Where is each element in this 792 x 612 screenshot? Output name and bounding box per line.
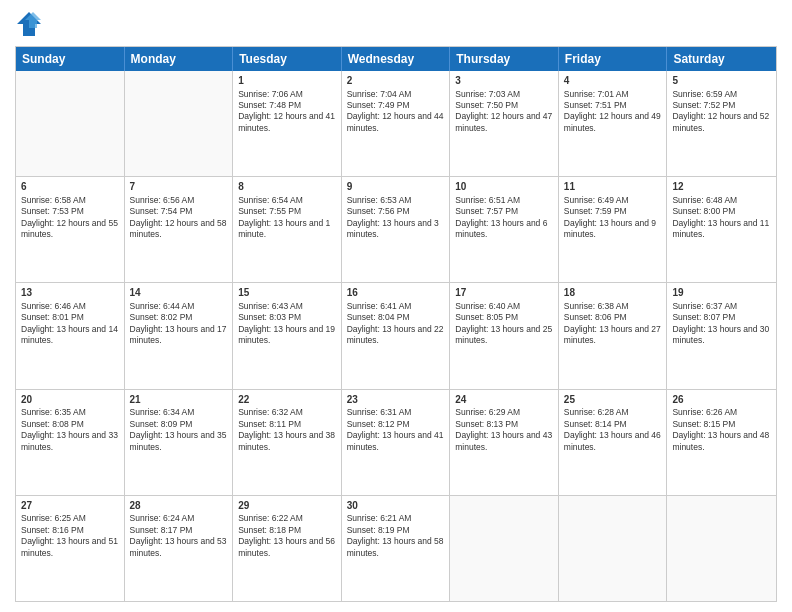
cell-info: Sunrise: 6:24 AM Sunset: 8:17 PM Dayligh… xyxy=(130,513,228,559)
cell-info: Sunrise: 6:29 AM Sunset: 8:13 PM Dayligh… xyxy=(455,407,553,453)
day-number: 10 xyxy=(455,180,553,194)
cell-info: Sunrise: 6:26 AM Sunset: 8:15 PM Dayligh… xyxy=(672,407,771,453)
day-number: 22 xyxy=(238,393,336,407)
day-number: 3 xyxy=(455,74,553,88)
calendar-cell: 12Sunrise: 6:48 AM Sunset: 8:00 PM Dayli… xyxy=(667,177,776,282)
day-number: 15 xyxy=(238,286,336,300)
calendar-cell: 19Sunrise: 6:37 AM Sunset: 8:07 PM Dayli… xyxy=(667,283,776,388)
calendar-row: 20Sunrise: 6:35 AM Sunset: 8:08 PM Dayli… xyxy=(16,389,776,495)
cell-info: Sunrise: 6:58 AM Sunset: 7:53 PM Dayligh… xyxy=(21,195,119,241)
calendar-cell: 30Sunrise: 6:21 AM Sunset: 8:19 PM Dayli… xyxy=(342,496,451,601)
calendar-cell: 7Sunrise: 6:56 AM Sunset: 7:54 PM Daylig… xyxy=(125,177,234,282)
day-number: 11 xyxy=(564,180,662,194)
cell-info: Sunrise: 6:54 AM Sunset: 7:55 PM Dayligh… xyxy=(238,195,336,241)
day-number: 24 xyxy=(455,393,553,407)
header xyxy=(15,10,777,38)
cell-info: Sunrise: 6:34 AM Sunset: 8:09 PM Dayligh… xyxy=(130,407,228,453)
cell-info: Sunrise: 6:51 AM Sunset: 7:57 PM Dayligh… xyxy=(455,195,553,241)
weekday-header: Thursday xyxy=(450,47,559,71)
day-number: 12 xyxy=(672,180,771,194)
day-number: 17 xyxy=(455,286,553,300)
day-number: 8 xyxy=(238,180,336,194)
calendar-row: 27Sunrise: 6:25 AM Sunset: 8:16 PM Dayli… xyxy=(16,495,776,601)
weekday-header: Friday xyxy=(559,47,668,71)
weekday-header: Saturday xyxy=(667,47,776,71)
weekday-header: Tuesday xyxy=(233,47,342,71)
day-number: 14 xyxy=(130,286,228,300)
cell-info: Sunrise: 6:59 AM Sunset: 7:52 PM Dayligh… xyxy=(672,89,771,135)
calendar-cell: 27Sunrise: 6:25 AM Sunset: 8:16 PM Dayli… xyxy=(16,496,125,601)
weekday-header: Sunday xyxy=(16,47,125,71)
cell-info: Sunrise: 7:06 AM Sunset: 7:48 PM Dayligh… xyxy=(238,89,336,135)
calendar-cell: 14Sunrise: 6:44 AM Sunset: 8:02 PM Dayli… xyxy=(125,283,234,388)
calendar-cell xyxy=(125,71,234,176)
calendar-cell: 2Sunrise: 7:04 AM Sunset: 7:49 PM Daylig… xyxy=(342,71,451,176)
cell-info: Sunrise: 6:25 AM Sunset: 8:16 PM Dayligh… xyxy=(21,513,119,559)
cell-info: Sunrise: 7:01 AM Sunset: 7:51 PM Dayligh… xyxy=(564,89,662,135)
cell-info: Sunrise: 6:53 AM Sunset: 7:56 PM Dayligh… xyxy=(347,195,445,241)
day-number: 4 xyxy=(564,74,662,88)
cell-info: Sunrise: 6:46 AM Sunset: 8:01 PM Dayligh… xyxy=(21,301,119,347)
day-number: 30 xyxy=(347,499,445,513)
calendar: SundayMondayTuesdayWednesdayThursdayFrid… xyxy=(15,46,777,602)
day-number: 9 xyxy=(347,180,445,194)
cell-info: Sunrise: 6:48 AM Sunset: 8:00 PM Dayligh… xyxy=(672,195,771,241)
calendar-cell: 20Sunrise: 6:35 AM Sunset: 8:08 PM Dayli… xyxy=(16,390,125,495)
calendar-cell xyxy=(559,496,668,601)
calendar-cell: 29Sunrise: 6:22 AM Sunset: 8:18 PM Dayli… xyxy=(233,496,342,601)
calendar-row: 1Sunrise: 7:06 AM Sunset: 7:48 PM Daylig… xyxy=(16,71,776,176)
cell-info: Sunrise: 6:41 AM Sunset: 8:04 PM Dayligh… xyxy=(347,301,445,347)
calendar-cell: 3Sunrise: 7:03 AM Sunset: 7:50 PM Daylig… xyxy=(450,71,559,176)
cell-info: Sunrise: 6:49 AM Sunset: 7:59 PM Dayligh… xyxy=(564,195,662,241)
cell-info: Sunrise: 6:21 AM Sunset: 8:19 PM Dayligh… xyxy=(347,513,445,559)
cell-info: Sunrise: 6:40 AM Sunset: 8:05 PM Dayligh… xyxy=(455,301,553,347)
day-number: 5 xyxy=(672,74,771,88)
calendar-body: 1Sunrise: 7:06 AM Sunset: 7:48 PM Daylig… xyxy=(16,71,776,601)
calendar-row: 6Sunrise: 6:58 AM Sunset: 7:53 PM Daylig… xyxy=(16,176,776,282)
day-number: 19 xyxy=(672,286,771,300)
calendar-cell: 9Sunrise: 6:53 AM Sunset: 7:56 PM Daylig… xyxy=(342,177,451,282)
calendar-cell: 5Sunrise: 6:59 AM Sunset: 7:52 PM Daylig… xyxy=(667,71,776,176)
cell-info: Sunrise: 6:22 AM Sunset: 8:18 PM Dayligh… xyxy=(238,513,336,559)
day-number: 26 xyxy=(672,393,771,407)
cell-info: Sunrise: 7:04 AM Sunset: 7:49 PM Dayligh… xyxy=(347,89,445,135)
day-number: 1 xyxy=(238,74,336,88)
calendar-header: SundayMondayTuesdayWednesdayThursdayFrid… xyxy=(16,47,776,71)
day-number: 7 xyxy=(130,180,228,194)
calendar-cell: 23Sunrise: 6:31 AM Sunset: 8:12 PM Dayli… xyxy=(342,390,451,495)
cell-info: Sunrise: 6:43 AM Sunset: 8:03 PM Dayligh… xyxy=(238,301,336,347)
calendar-cell: 1Sunrise: 7:06 AM Sunset: 7:48 PM Daylig… xyxy=(233,71,342,176)
day-number: 2 xyxy=(347,74,445,88)
calendar-cell: 24Sunrise: 6:29 AM Sunset: 8:13 PM Dayli… xyxy=(450,390,559,495)
cell-info: Sunrise: 6:31 AM Sunset: 8:12 PM Dayligh… xyxy=(347,407,445,453)
day-number: 18 xyxy=(564,286,662,300)
day-number: 16 xyxy=(347,286,445,300)
calendar-cell: 16Sunrise: 6:41 AM Sunset: 8:04 PM Dayli… xyxy=(342,283,451,388)
day-number: 20 xyxy=(21,393,119,407)
day-number: 25 xyxy=(564,393,662,407)
weekday-header: Monday xyxy=(125,47,234,71)
calendar-cell: 17Sunrise: 6:40 AM Sunset: 8:05 PM Dayli… xyxy=(450,283,559,388)
calendar-cell: 6Sunrise: 6:58 AM Sunset: 7:53 PM Daylig… xyxy=(16,177,125,282)
cell-info: Sunrise: 6:38 AM Sunset: 8:06 PM Dayligh… xyxy=(564,301,662,347)
day-number: 27 xyxy=(21,499,119,513)
calendar-cell: 21Sunrise: 6:34 AM Sunset: 8:09 PM Dayli… xyxy=(125,390,234,495)
calendar-cell: 13Sunrise: 6:46 AM Sunset: 8:01 PM Dayli… xyxy=(16,283,125,388)
calendar-cell xyxy=(667,496,776,601)
calendar-cell: 22Sunrise: 6:32 AM Sunset: 8:11 PM Dayli… xyxy=(233,390,342,495)
day-number: 21 xyxy=(130,393,228,407)
weekday-header: Wednesday xyxy=(342,47,451,71)
calendar-cell: 11Sunrise: 6:49 AM Sunset: 7:59 PM Dayli… xyxy=(559,177,668,282)
logo-icon xyxy=(15,10,43,38)
cell-info: Sunrise: 6:28 AM Sunset: 8:14 PM Dayligh… xyxy=(564,407,662,453)
calendar-cell: 8Sunrise: 6:54 AM Sunset: 7:55 PM Daylig… xyxy=(233,177,342,282)
logo xyxy=(15,10,47,38)
day-number: 6 xyxy=(21,180,119,194)
calendar-cell: 18Sunrise: 6:38 AM Sunset: 8:06 PM Dayli… xyxy=(559,283,668,388)
calendar-cell: 28Sunrise: 6:24 AM Sunset: 8:17 PM Dayli… xyxy=(125,496,234,601)
cell-info: Sunrise: 6:37 AM Sunset: 8:07 PM Dayligh… xyxy=(672,301,771,347)
cell-info: Sunrise: 6:44 AM Sunset: 8:02 PM Dayligh… xyxy=(130,301,228,347)
calendar-cell: 4Sunrise: 7:01 AM Sunset: 7:51 PM Daylig… xyxy=(559,71,668,176)
day-number: 23 xyxy=(347,393,445,407)
cell-info: Sunrise: 6:32 AM Sunset: 8:11 PM Dayligh… xyxy=(238,407,336,453)
